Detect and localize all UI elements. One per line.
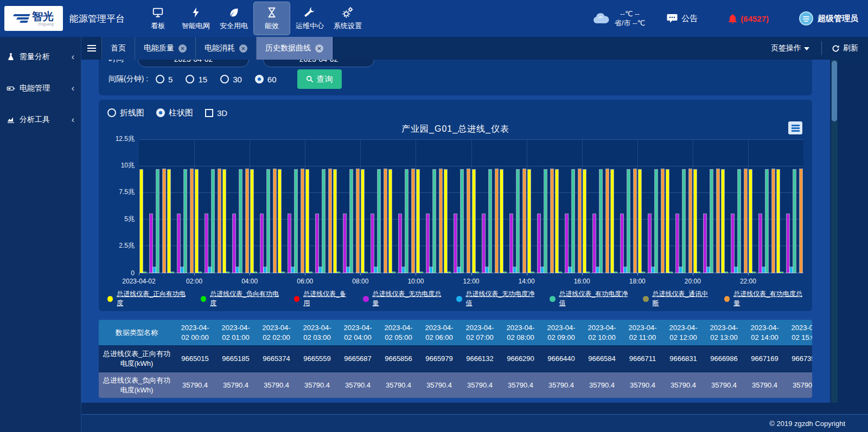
interval-option-15[interactable]: 15 (186, 75, 207, 84)
bar (223, 170, 226, 273)
radio-icon[interactable] (186, 75, 194, 83)
bar-group (720, 140, 748, 273)
logo[interactable]: 智光 Zhiguang (4, 6, 63, 31)
cloud-icon (592, 12, 610, 25)
checkbox-icon[interactable] (205, 109, 213, 117)
bar (473, 170, 475, 273)
legend-item[interactable]: 总进线仪表_通讯中断 (643, 289, 710, 308)
nav-item-smart-grid[interactable]: 智能电网 (177, 2, 214, 35)
bar (177, 214, 180, 273)
interval-option-60[interactable]: 60 (255, 75, 277, 84)
radio-icon[interactable] (156, 108, 165, 117)
chart-type-line[interactable]: 折线图 (107, 108, 144, 118)
bar (184, 170, 187, 273)
search-button[interactable]: 查询 (297, 69, 342, 89)
bar (669, 272, 672, 273)
bar-group (194, 140, 222, 273)
plot-area (139, 140, 803, 273)
date-to-input[interactable]: 2023-04-02 (263, 60, 374, 67)
scrollbar-thumb[interactable] (832, 61, 837, 121)
bar (343, 214, 346, 273)
legend-item[interactable]: 总进线仪表_无功电度总量 (363, 289, 442, 308)
bar (153, 267, 156, 273)
radio-icon[interactable] (156, 75, 164, 83)
close-icon[interactable]: ✕ (239, 44, 247, 53)
nav-item-safe-power[interactable]: 安全用电 (215, 2, 252, 35)
nav-label: 看板 (151, 21, 165, 31)
bar-group (277, 140, 305, 273)
bar (282, 272, 284, 273)
sidebar-item-analysis-tools[interactable]: 分析工具 ‹ (0, 108, 81, 131)
legend-label: 总进线仪表_无功电度净值 (466, 289, 536, 308)
refresh-button[interactable]: 刷新 (822, 37, 868, 60)
legend-item[interactable]: 总进线仪表_无功电度净值 (456, 289, 535, 308)
close-icon[interactable]: ✕ (315, 44, 323, 53)
vertical-scrollbar (831, 60, 838, 403)
chart-type-3d[interactable]: 3D (205, 108, 227, 118)
logo-title: 智光 (32, 10, 54, 22)
table-header: 数据类型名称2023-04-02 00:002023-04-02 01:0020… (99, 320, 812, 346)
legend-item[interactable]: 总进线仪表_正向有功电度 (107, 289, 187, 308)
hamburger-menu-icon[interactable] (81, 37, 102, 60)
value-cell: 35790.4 (215, 372, 256, 398)
bar (694, 170, 697, 273)
x-tick (582, 273, 583, 275)
interval-label: 间隔(分钟) : (108, 74, 148, 84)
nav-item-system-settings[interactable]: 系统设置 (329, 2, 366, 35)
nav-item-energy-efficiency[interactable]: 能效 (253, 2, 290, 35)
tab-power-quality[interactable]: 电能质量 ✕ (135, 37, 196, 60)
legend-item[interactable]: 总进线仪表_有功电度净值 (550, 289, 629, 308)
bar (516, 170, 519, 273)
legend-item[interactable]: 总进线仪表_负向有功电度 (201, 289, 280, 308)
bar (752, 272, 755, 273)
bar (655, 170, 658, 273)
bar (772, 169, 775, 273)
close-icon[interactable]: ✕ (178, 44, 187, 53)
value-cell: 9667169 (744, 346, 785, 372)
bar (295, 170, 297, 273)
chart-type-bar[interactable]: 柱状图 (156, 108, 193, 118)
nav-label: 智能电网 (182, 21, 210, 31)
alarm-button[interactable]: (64527) (728, 14, 769, 24)
sidebar-item-energy-management[interactable]: 电能管理 ‹ (0, 77, 81, 100)
bar (168, 170, 170, 273)
legend-label: 总进线仪表_备用 (303, 289, 349, 308)
radio-icon[interactable] (220, 75, 229, 83)
bar (759, 214, 762, 273)
tab-history-data-curve[interactable]: 历史数据曲线 ✕ (257, 37, 333, 60)
bar (143, 272, 146, 273)
chart-context-menu-button[interactable] (788, 121, 802, 134)
interval-option-30[interactable]: 30 (220, 75, 242, 84)
table-header-cell: 2023-04-02 14:00 (744, 320, 785, 346)
weather-widget: --℃ -- 省/市 --℃ (592, 9, 645, 28)
bar (611, 170, 614, 273)
legend-label: 总进线仪表_通讯中断 (653, 289, 710, 308)
bar (735, 267, 737, 273)
nav-item-ops-center[interactable]: 运维中心 (291, 2, 328, 35)
tab-operations-dropdown[interactable]: 页签操作 (759, 37, 821, 60)
sidebar-item-demand-analysis[interactable]: 需量分析 ‹ (0, 46, 81, 68)
interval-row: 间隔(分钟) : 5 15 30 60 查询 (108, 68, 802, 90)
bar (417, 170, 419, 273)
bar (171, 272, 174, 273)
table-header-cell: 2023-04-02 06:00 (419, 320, 459, 346)
announcement-button[interactable]: 公告 (667, 14, 698, 24)
bar (513, 267, 516, 273)
bar (246, 169, 248, 273)
sidebar-item-label: 需量分析 (20, 52, 50, 62)
bar (765, 170, 768, 273)
main-area: 首页 电能质量 ✕ 电能消耗 ✕ 历史数据曲线 ✕ 页签操作 刷新 (81, 37, 868, 432)
user-menu[interactable]: 超级管理员 (799, 11, 858, 25)
nav-label: 系统设置 (334, 21, 362, 31)
radio-icon[interactable] (255, 75, 264, 83)
legend-item[interactable]: 总进线仪表_备用 (294, 289, 349, 308)
radio-icon[interactable] (107, 108, 116, 117)
value-cell: 35790.4 (582, 372, 622, 398)
legend-item[interactable]: 总进线仪表_有功电度总量 (724, 289, 803, 308)
tab-home[interactable]: 首页 (102, 37, 135, 60)
nav-item-dashboard[interactable]: 看板 (139, 2, 176, 35)
date-from-input[interactable]: 2023-04-02 (138, 60, 249, 67)
value-cell: 35790.4 (419, 372, 459, 398)
interval-option-5[interactable]: 5 (156, 75, 173, 84)
tab-energy-consumption[interactable]: 电能消耗 ✕ (196, 37, 257, 60)
